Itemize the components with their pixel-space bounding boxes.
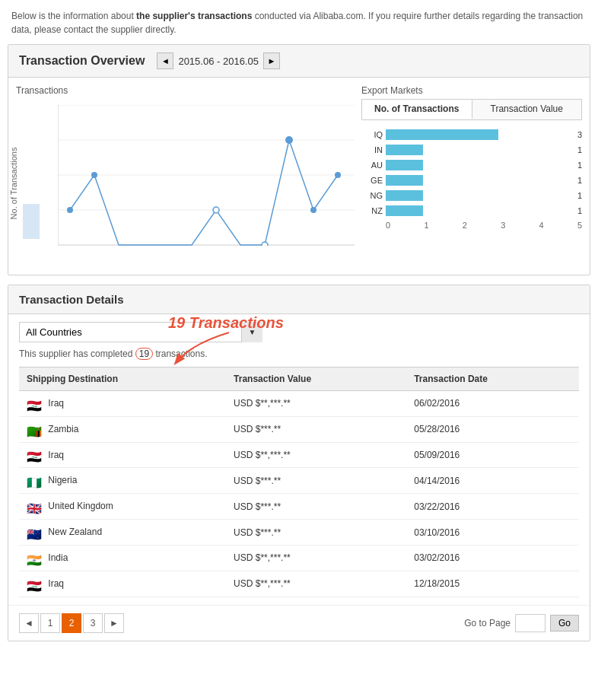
bar-x-tick: 3 (501, 221, 505, 230)
svg-point-13 (285, 136, 293, 144)
country-select[interactable]: All Countries Iraq Zambia Nigeria United… (19, 322, 262, 342)
bar-value: 3 (577, 130, 582, 139)
svg-chart-wrap: No. of Transactions 4 2 0 (16, 99, 354, 267)
cell-value: USD $**,***.** (226, 571, 406, 597)
country-name: India (48, 552, 68, 563)
flag-icon: 🇮🇶 (27, 450, 42, 460)
bar-track (386, 175, 573, 186)
flag-icon: 🇳🇬 (27, 476, 42, 486)
chart-label: Transactions (16, 85, 354, 96)
svg-point-14 (310, 207, 316, 213)
y-axis-label: No. of Transactions (9, 147, 18, 219)
page-1-button[interactable]: 1 (40, 613, 60, 633)
country-name: United Kingdom (48, 501, 113, 511)
export-tabs: No. of Transactions Transaction Value (361, 99, 582, 120)
svg-point-9 (67, 207, 73, 213)
cell-value: USD $**,***.** (226, 391, 406, 417)
bar-x-axis: 012345 (361, 221, 582, 230)
country-select-wrapper: All Countries Iraq Zambia Nigeria United… (19, 322, 262, 342)
table-row: 🇮🇶 Iraq USD $**,***.** 12/18/2015 (19, 571, 579, 597)
bar-country-label: GE (361, 176, 383, 185)
cell-date: 06/02/2016 (406, 391, 579, 417)
flag-icon: 🇮🇶 (27, 399, 42, 409)
prev-date-button[interactable]: ◄ (157, 52, 173, 69)
flag-icon: 🇮🇳 (27, 553, 42, 564)
cell-destination: 🇮🇶 Iraq (19, 571, 226, 597)
table-row: 🇮🇶 Iraq USD $**,***.** 05/09/2016 (19, 442, 579, 468)
bar-track (386, 145, 573, 155)
tab-transaction-value[interactable]: Transaction Value (472, 100, 582, 119)
transaction-overview-box: Transaction Overview ◄ 2015.06 - 2016.05… (8, 44, 590, 275)
flag-icon: 🇬🇧 (27, 501, 42, 512)
page-buttons: ◄ 1 2 3 ► (19, 613, 124, 633)
bar-fill (386, 205, 423, 216)
page-prev-button[interactable]: ◄ (19, 613, 39, 633)
page-next-button[interactable]: ► (104, 613, 124, 633)
tab-no-transactions[interactable]: No. of Transactions (362, 100, 472, 119)
flag-icon: 🇳🇿 (27, 527, 42, 538)
cell-destination: 🇮🇶 Iraq (19, 391, 226, 417)
cell-destination: 🇳🇿 New Zealand (19, 520, 226, 546)
page-2-button[interactable]: 2 (62, 613, 81, 633)
country-name: Iraq (48, 578, 64, 589)
bar-track (386, 129, 573, 140)
col-shipping: Shipping Destination (19, 368, 226, 391)
cell-date: 05/28/2016 (406, 416, 579, 442)
goto-page: Go to Page Go (464, 614, 579, 632)
bar-fill (386, 190, 423, 201)
bar-track (386, 190, 573, 201)
intro-section: Below is the information about the suppl… (0, 0, 598, 44)
col-value: Transaction Value (226, 368, 406, 391)
flag-icon: 🇿🇲 (27, 425, 42, 435)
bar-country-label: NG (361, 191, 383, 200)
country-name: Iraq (48, 450, 64, 460)
svg-point-15 (335, 172, 341, 178)
bar-value: 1 (577, 145, 582, 154)
bar-x-tick: 0 (386, 221, 390, 230)
bar-value: 1 (577, 191, 582, 200)
flag-icon: 🇮🇶 (27, 579, 42, 590)
cell-destination: 🇳🇬 Nigeria (19, 468, 226, 494)
bar-fill (386, 129, 498, 140)
cell-date: 03/22/2016 (406, 494, 579, 520)
goto-input[interactable] (515, 614, 546, 632)
svg-point-12 (262, 242, 268, 246)
bar-row: IN 1 (361, 145, 582, 155)
date-nav: ◄ 2015.06 - 2016.05 ► (157, 52, 280, 69)
date-range: 2015.06 - 2016.05 (178, 56, 259, 67)
go-button[interactable]: Go (550, 615, 579, 632)
bar-country-label: IQ (361, 130, 383, 139)
bar-chart: IQ 3 IN 1 AU 1 GE 1 NG 1 NZ 1 012345 (361, 126, 582, 233)
cell-date: 05/09/2016 (406, 442, 579, 468)
bar-value: 1 (577, 176, 582, 185)
page-3-button[interactable]: 3 (83, 613, 103, 633)
country-name: Zambia (48, 424, 78, 434)
cell-date: 04/14/2016 (406, 468, 579, 494)
cell-date: 03/10/2016 (406, 520, 579, 546)
bar-value: 1 (577, 161, 582, 170)
next-date-button[interactable]: ► (263, 52, 280, 69)
bar-x-tick: 1 (424, 221, 428, 230)
goto-label: Go to Page (464, 618, 511, 628)
bar-row: GE 1 (361, 175, 582, 186)
bar-x-tick: 4 (539, 221, 544, 230)
completed-msg-before: This supplier has completed (19, 348, 135, 359)
table-row: 🇬🇧 United Kingdom USD $***.** 03/22/2016 (19, 494, 579, 520)
bar-row: NG 1 (361, 190, 582, 201)
table-row: 🇿🇲 Zambia USD $***.** 05/28/2016 (19, 416, 579, 442)
table-head: Shipping Destination Transaction Value T… (19, 368, 579, 391)
export-markets-title: Export Markets (361, 85, 582, 96)
table-row: 🇮🇶 Iraq USD $**,***.** 06/02/2016 (19, 391, 579, 417)
cell-destination: 🇮🇶 Iraq (19, 442, 226, 468)
details-body: All Countries Iraq Zambia Nigeria United… (8, 314, 590, 605)
export-markets: Export Markets No. of Transactions Trans… (361, 85, 582, 267)
transactions-table: Shipping Destination Transaction Value T… (19, 367, 579, 597)
bar-country-label: NZ (361, 206, 383, 215)
cell-destination: 🇬🇧 United Kingdom (19, 494, 226, 520)
bar-country-label: IN (361, 145, 383, 154)
country-name: Nigeria (48, 475, 77, 485)
col-date: Transaction Date (406, 368, 579, 391)
line-chart-svg: 4 2 0 (58, 105, 355, 246)
table-row: 🇳🇿 New Zealand USD $***.** 03/10/2016 (19, 520, 579, 546)
bar-track (386, 160, 573, 170)
